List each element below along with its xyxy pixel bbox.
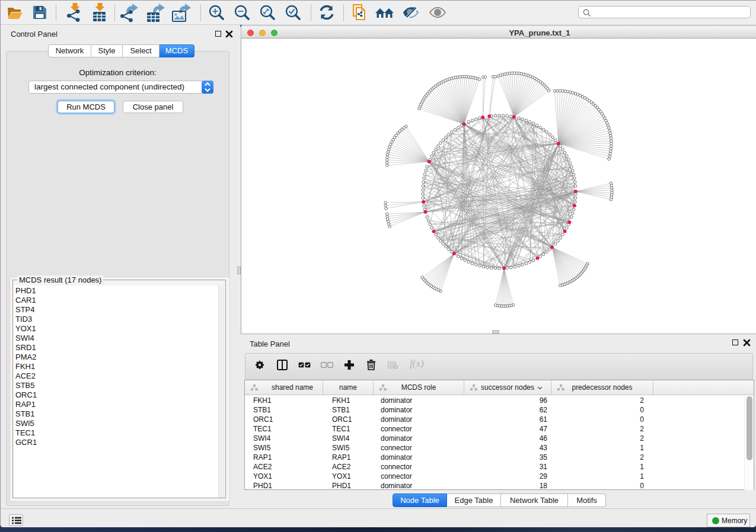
svg-text:f(x): f(x): [410, 358, 424, 369]
